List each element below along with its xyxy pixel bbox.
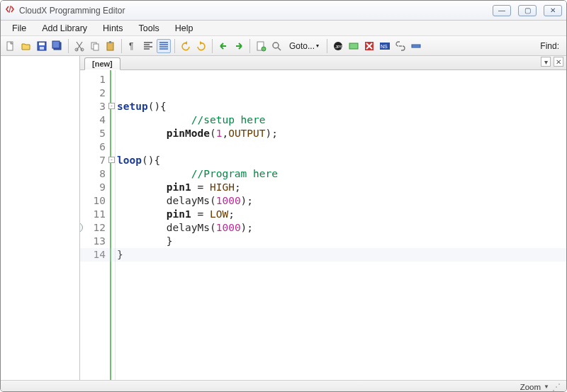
line-number: 2	[80, 86, 106, 100]
code-line[interactable]: delayMs(1000);	[117, 194, 566, 208]
zoom-dropdown-icon[interactable]: ▼	[544, 383, 549, 390]
align-left-icon[interactable]	[141, 39, 155, 53]
align-justify-icon[interactable]	[157, 39, 171, 53]
line-number: 6	[80, 140, 106, 154]
toolbar-separator	[249, 39, 250, 53]
code-line[interactable]: pin1 = LOW;	[117, 208, 566, 221]
line-number: 12	[80, 221, 106, 235]
document-icon[interactable]	[254, 39, 268, 53]
code-content[interactable]: setup(){ //setup here pinMode(1,OUTPUT);…	[116, 70, 566, 380]
code-line[interactable]: pinMode(1,OUTPUT);	[117, 127, 566, 140]
code-line[interactable]: //Program here	[117, 167, 566, 181]
line-number: 5	[80, 127, 106, 140]
toolbar-separator	[212, 39, 213, 53]
menu-help[interactable]: Help	[168, 22, 201, 35]
tab-menu-icon[interactable]: ▾	[541, 57, 551, 67]
tool-icon[interactable]	[409, 39, 423, 53]
editor-area: [new] ▾ ✕ 1234567891011121314 -- setup()…	[80, 56, 566, 380]
goto-button[interactable]: Goto... ▾	[285, 41, 323, 51]
goto-label: Goto...	[289, 41, 315, 51]
board-icon[interactable]	[347, 39, 361, 53]
code-line[interactable]	[117, 140, 566, 154]
line-number: 10	[80, 194, 106, 208]
svg-rect-9	[94, 44, 99, 50]
tab-controls: ▾ ✕	[541, 57, 563, 67]
nsis-icon[interactable]: NS	[378, 39, 392, 53]
svg-text:JPS: JPS	[335, 45, 343, 49]
menu-tools[interactable]: Tools	[132, 22, 167, 35]
code-line[interactable]: setup(){	[117, 100, 566, 113]
link-icon[interactable]	[393, 39, 408, 53]
svg-rect-3	[40, 47, 44, 50]
tab-close-icon[interactable]: ✕	[554, 57, 563, 67]
maximize-button[interactable]: ▢	[518, 5, 537, 16]
redo-icon[interactable]	[194, 39, 208, 53]
save-icon[interactable]	[35, 39, 49, 53]
open-file-icon[interactable]	[19, 39, 33, 53]
menu-add-library[interactable]: Add Library	[35, 22, 94, 35]
app-icon	[5, 4, 15, 16]
line-number: 13	[80, 235, 106, 248]
line-number: 11	[80, 208, 106, 221]
arrow-right-icon[interactable]	[232, 39, 246, 53]
toolbar-separator	[68, 39, 69, 53]
chip-icon[interactable]: JPS	[331, 39, 345, 53]
close-button[interactable]: ✕	[544, 5, 562, 16]
menubar: File Add Library Hints Tools Help	[1, 21, 566, 36]
svg-text:¶: ¶	[129, 41, 133, 51]
code-line[interactable]	[117, 73, 566, 86]
svg-text:NS: NS	[381, 44, 388, 49]
line-number-gutter: 1234567891011121314	[80, 70, 111, 380]
fold-toggle-icon[interactable]: -	[108, 157, 115, 163]
menu-hints[interactable]: Hints	[96, 22, 130, 35]
line-number: 3	[80, 100, 106, 113]
zoom-label[interactable]: Zoom	[520, 383, 541, 391]
svg-point-15	[273, 43, 279, 48]
copy-icon[interactable]	[88, 39, 102, 53]
code-line[interactable]: loop(){	[117, 154, 566, 167]
paste-icon[interactable]	[103, 39, 118, 53]
toolbar-separator	[174, 39, 175, 53]
code-line[interactable]: pin1 = HIGH;	[117, 181, 566, 194]
svg-rect-2	[39, 43, 45, 45]
svg-rect-18	[349, 43, 358, 49]
svg-point-14	[262, 47, 266, 51]
workspace: [new] ▾ ✕ 1234567891011121314 -- setup()…	[1, 56, 566, 380]
window-title: CloudX Programming Editor	[19, 6, 485, 16]
svg-rect-10	[107, 43, 113, 50]
fold-toggle-icon[interactable]: -	[108, 103, 115, 109]
line-number: 7	[80, 154, 106, 167]
pilcrow-icon[interactable]: ¶	[125, 39, 140, 53]
line-number: 4	[80, 113, 106, 127]
code-line[interactable]: //setup here	[117, 113, 566, 127]
undo-icon[interactable]	[179, 39, 193, 53]
code-line[interactable]: delayMs(1000);	[117, 221, 566, 235]
svg-rect-5	[52, 41, 60, 48]
find-section: Find:	[540, 41, 563, 51]
new-file-icon[interactable]	[4, 39, 18, 53]
code-line[interactable]: }	[117, 235, 566, 248]
window-titlebar: CloudX Programming Editor — ▢ ✕	[1, 1, 566, 21]
tab-label: [new]	[92, 60, 113, 68]
tab-new[interactable]: [new]	[84, 57, 120, 70]
code-line[interactable]	[117, 86, 566, 100]
statusbar-grip: ⋰	[552, 382, 561, 392]
svg-rect-11	[109, 41, 111, 43]
toolbar-separator	[327, 39, 327, 53]
toolbar: ¶ Goto... ▾ JPS NS Find:	[1, 36, 566, 56]
find-label: Find:	[540, 41, 559, 51]
line-number: 8	[80, 167, 106, 181]
line-number: 14	[80, 248, 106, 262]
project-sidebar[interactable]	[1, 56, 80, 380]
search-icon[interactable]	[269, 39, 284, 53]
code-editor[interactable]: 1234567891011121314 -- setup(){ //setup …	[80, 70, 566, 380]
toolbar-separator	[121, 39, 122, 53]
code-line[interactable]: }	[117, 248, 566, 262]
cut-icon[interactable]	[72, 39, 86, 53]
arrow-left-icon[interactable]	[216, 39, 230, 53]
minimize-button[interactable]: —	[493, 5, 511, 16]
tab-strip: [new] ▾ ✕	[80, 56, 566, 70]
save-all-icon[interactable]	[50, 39, 64, 53]
stop-icon[interactable]	[362, 39, 376, 53]
menu-file[interactable]: File	[5, 22, 33, 35]
